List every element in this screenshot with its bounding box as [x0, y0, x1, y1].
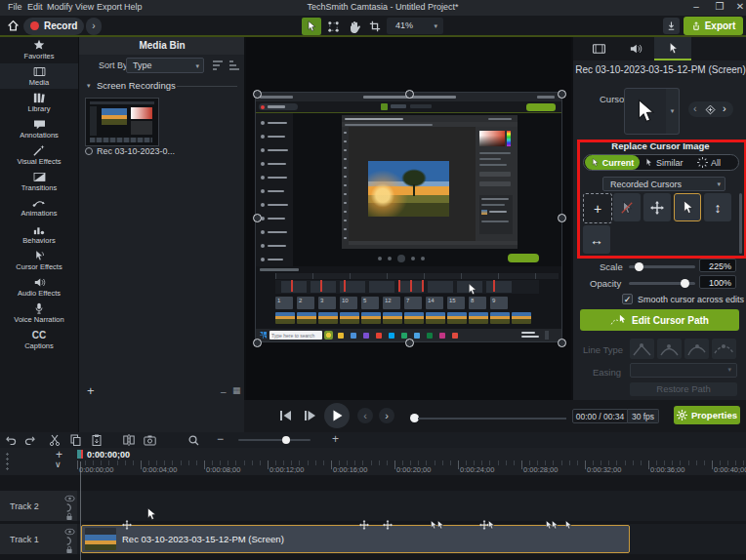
timeline-ruler[interactable]: 0:00:00;00 0:00:04;00 0:00:08;00 0:00:12… — [77, 460, 746, 475]
canvas-zoom-select[interactable]: 41%▾ — [387, 18, 443, 34]
cursor-preview[interactable] — [624, 88, 667, 135]
handle-mid-left[interactable] — [253, 214, 262, 222]
play-button[interactable] — [324, 403, 350, 428]
tab-media-properties[interactable] — [580, 37, 617, 60]
prev-keyframe-button[interactable]: ‹ — [693, 102, 697, 114]
cursor-keyframe-move-icon[interactable] — [359, 520, 369, 530]
cursor-list-scrollbar[interactable] — [739, 193, 742, 254]
jump-start-button[interactable]: ‹ — [357, 408, 373, 423]
restore-button[interactable]: ❐ — [712, 1, 727, 12]
handle-mid-right[interactable] — [558, 214, 566, 222]
home-icon[interactable] — [7, 20, 20, 32]
undo-icon[interactable] — [6, 435, 17, 445]
scale-slider[interactable] — [629, 265, 695, 268]
split-icon[interactable] — [123, 434, 135, 446]
sidebar-item-audio-effects[interactable]: Audio Effects — [0, 274, 78, 300]
handle-bottom-center[interactable] — [405, 339, 414, 347]
track1-lock-icon[interactable] — [65, 545, 73, 554]
scale-value[interactable]: 225% — [699, 259, 736, 272]
crop-tool[interactable] — [365, 18, 385, 35]
sidebar-item-captions[interactable]: CCCaptions — [0, 327, 78, 352]
handle-top-left[interactable] — [253, 90, 262, 99]
no-cursor-tile[interactable] — [613, 193, 641, 221]
handle-top-right[interactable] — [558, 90, 566, 99]
next-keyframe-button[interactable]: › — [723, 102, 726, 114]
track1-loop-icon[interactable] — [64, 537, 73, 545]
tab-cursor-properties[interactable] — [654, 37, 691, 60]
move-cursor-tile[interactable] — [643, 193, 671, 221]
download-button[interactable] — [663, 18, 680, 34]
sidebar-item-favorites[interactable]: Favorites — [0, 37, 78, 62]
sidebar-item-media[interactable]: Media — [0, 63, 78, 89]
arrow-cursor-tile-selected[interactable] — [674, 193, 701, 221]
cut-icon[interactable] — [49, 434, 61, 446]
line-type-curve3[interactable] — [712, 339, 736, 359]
sort-desc-icon[interactable] — [228, 60, 240, 70]
easing-select[interactable]: ▾ — [630, 363, 737, 378]
menu-view[interactable]: View — [75, 2, 94, 12]
select-tool[interactable] — [302, 18, 321, 35]
track2-eye-icon[interactable] — [64, 495, 75, 502]
timeline-zoom-slider[interactable] — [238, 439, 311, 441]
add-keyframe-button[interactable] — [705, 104, 716, 115]
cursor-keyframe-arrow-icon[interactable] — [435, 520, 445, 530]
scrubber-track[interactable] — [418, 418, 566, 420]
sidebar-item-transitions[interactable]: Transitions — [0, 169, 78, 194]
cursor-keyframe-move-icon[interactable] — [383, 520, 393, 530]
edit-cursor-path-button[interactable]: Edit Cursor Path — [580, 309, 739, 331]
sidebar-item-cursor-effects[interactable]: Cursor Effects — [0, 248, 78, 273]
opacity-value[interactable]: 100% — [699, 275, 736, 289]
sort-type-select[interactable]: Type▾ — [126, 58, 204, 73]
cursor-keyframe-arrow-icon[interactable] — [563, 520, 573, 530]
sidebar-item-visual-effects[interactable]: Visual Effects — [0, 142, 78, 168]
export-button[interactable]: Export — [684, 17, 743, 35]
line-type-sharp[interactable] — [630, 339, 654, 359]
track1-lane[interactable]: Rec 03-10-2023-03-15-12-PM (Screen) — [77, 524, 746, 554]
track1-header[interactable]: Track 1 — [0, 524, 77, 554]
sidebar-item-voice-narration[interactable]: Voice Narration — [0, 300, 78, 326]
segment-similar[interactable]: Similar — [644, 155, 684, 170]
track2-lane[interactable] — [77, 491, 746, 521]
minimize-button[interactable]: – — [688, 1, 704, 12]
add-media-button[interactable]: + — [87, 383, 95, 398]
media-clip-name[interactable]: Rec 03-10-2023-0... — [97, 146, 175, 156]
track1-eye-icon[interactable] — [64, 528, 75, 536]
handle-top-center[interactable] — [405, 90, 414, 99]
restore-path-button[interactable]: Restore Path — [630, 382, 737, 396]
menu-modify[interactable]: Modify — [47, 2, 73, 12]
close-button[interactable]: ✕ — [732, 1, 746, 12]
sidebar-item-annotations[interactable]: Annotations — [0, 116, 78, 141]
properties-button[interactable]: Properties — [674, 406, 740, 424]
paste-icon[interactable] — [92, 434, 102, 446]
cursor-set-select[interactable]: Recorded Cursors▾ — [602, 177, 725, 191]
vresize-cursor-tile[interactable]: ↕ — [704, 193, 731, 221]
section-collapse-icon[interactable]: ▾ — [87, 82, 91, 90]
menu-help[interactable]: Help — [124, 2, 143, 12]
handle-bottom-right[interactable] — [558, 339, 566, 347]
segment-all[interactable]: All — [697, 155, 721, 170]
opacity-slider[interactable] — [629, 282, 695, 285]
collapse-tracks-button[interactable]: ∨ — [55, 460, 62, 469]
cursor-keyframe-move-icon[interactable] — [122, 520, 132, 530]
thumb-size-small-icon[interactable]: – — [221, 386, 227, 397]
line-type-curve1[interactable] — [657, 339, 682, 359]
cursor-keyframe-arrow-icon[interactable] — [486, 520, 496, 530]
thumb-size-grid-icon[interactable]: ▦ — [232, 385, 241, 395]
smooth-cursor-checkbox[interactable]: ✓ — [622, 294, 633, 304]
add-cursor-tile[interactable]: + — [583, 193, 612, 223]
sidebar-item-library[interactable]: Library — [0, 90, 78, 115]
jump-end-button[interactable]: › — [379, 408, 394, 423]
copy-icon[interactable] — [70, 434, 81, 446]
track2-loop-icon[interactable] — [64, 503, 73, 512]
menu-file[interactable]: File — [8, 2, 22, 12]
pan-tool[interactable] — [345, 18, 364, 35]
media-thumbnail[interactable] — [85, 98, 159, 146]
screenshot-icon[interactable] — [144, 435, 156, 446]
track2-header[interactable]: Track 2 — [0, 491, 77, 521]
line-type-curve2[interactable] — [684, 339, 709, 359]
record-menu-chevron[interactable]: › — [86, 18, 102, 35]
sidebar-item-behaviors[interactable]: Behaviors — [0, 221, 78, 247]
segment-current[interactable]: Current — [585, 155, 640, 170]
sort-asc-icon[interactable] — [212, 60, 224, 70]
screen-recordings-section[interactable]: Screen Recordings — [97, 80, 176, 91]
